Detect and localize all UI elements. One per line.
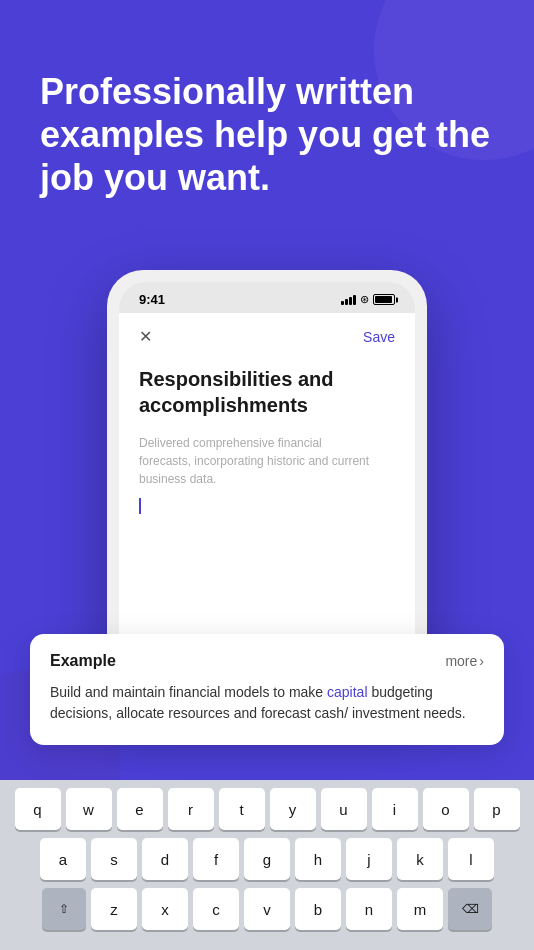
wifi-icon: ⊛ (360, 293, 369, 306)
key-x[interactable]: x (142, 888, 188, 930)
keyboard-row-2: a s d f g h j k l (4, 838, 530, 880)
phone-outer: 9:41 ⊛ ✕ Sav (107, 270, 427, 694)
key-n[interactable]: n (346, 888, 392, 930)
more-link-text: more (445, 653, 477, 669)
battery-icon (373, 294, 395, 305)
key-g[interactable]: g (244, 838, 290, 880)
key-c[interactable]: c (193, 888, 239, 930)
blurred-line-3: business data. (139, 472, 216, 486)
key-f[interactable]: f (193, 838, 239, 880)
key-k[interactable]: k (397, 838, 443, 880)
key-q[interactable]: q (15, 788, 61, 830)
keyboard-row-1: q w e r t y u i o p (4, 788, 530, 830)
signal-icon (341, 295, 356, 305)
text-cursor-line (139, 498, 395, 514)
status-icons: ⊛ (341, 293, 395, 306)
key-v[interactable]: v (244, 888, 290, 930)
key-l[interactable]: l (448, 838, 494, 880)
key-backspace[interactable]: ⌫ (448, 888, 492, 930)
key-j[interactable]: j (346, 838, 392, 880)
key-h[interactable]: h (295, 838, 341, 880)
key-t[interactable]: t (219, 788, 265, 830)
key-a[interactable]: a (40, 838, 86, 880)
key-m[interactable]: m (397, 888, 443, 930)
key-y[interactable]: y (270, 788, 316, 830)
close-button[interactable]: ✕ (139, 327, 152, 346)
example-header: Example more › (50, 652, 484, 670)
key-shift[interactable]: ⇧ (42, 888, 86, 930)
section-title: Responsibilities and accomplishments (139, 366, 395, 418)
keyboard: q w e r t y u i o p a s d f g h j k l ⇧ … (0, 780, 534, 950)
key-r[interactable]: r (168, 788, 214, 830)
blurred-text: Delivered comprehensive financial foreca… (139, 434, 395, 488)
key-d[interactable]: d (142, 838, 188, 880)
key-w[interactable]: w (66, 788, 112, 830)
example-card: Example more › Build and maintain financ… (30, 634, 504, 745)
highlight-word: capital (327, 684, 367, 700)
phone-mockup: 9:41 ⊛ ✕ Sav (107, 270, 427, 694)
text-cursor (139, 498, 141, 514)
screen-content: ✕ Save Responsibilities and accomplishme… (119, 313, 415, 528)
keyboard-row-3: ⇧ z x c v b n m ⌫ (4, 888, 530, 930)
blurred-line-2: forecasts, incorporating historic and cu… (139, 454, 369, 468)
key-i[interactable]: i (372, 788, 418, 830)
phone-screen: 9:41 ⊛ ✕ Sav (119, 282, 415, 682)
key-u[interactable]: u (321, 788, 367, 830)
status-time: 9:41 (139, 292, 165, 307)
more-link[interactable]: more › (445, 653, 484, 669)
key-s[interactable]: s (91, 838, 137, 880)
key-p[interactable]: p (474, 788, 520, 830)
chevron-right-icon: › (479, 653, 484, 669)
key-e[interactable]: e (117, 788, 163, 830)
status-bar: 9:41 ⊛ (119, 282, 415, 313)
key-o[interactable]: o (423, 788, 469, 830)
blurred-line-1: Delivered comprehensive financial (139, 436, 322, 450)
example-label: Example (50, 652, 116, 670)
example-text: Build and maintain financial models to m… (50, 682, 484, 725)
screen-header: ✕ Save (139, 327, 395, 346)
save-button[interactable]: Save (363, 329, 395, 345)
key-z[interactable]: z (91, 888, 137, 930)
key-b[interactable]: b (295, 888, 341, 930)
hero-text: Professionally written examples help you… (40, 70, 494, 200)
